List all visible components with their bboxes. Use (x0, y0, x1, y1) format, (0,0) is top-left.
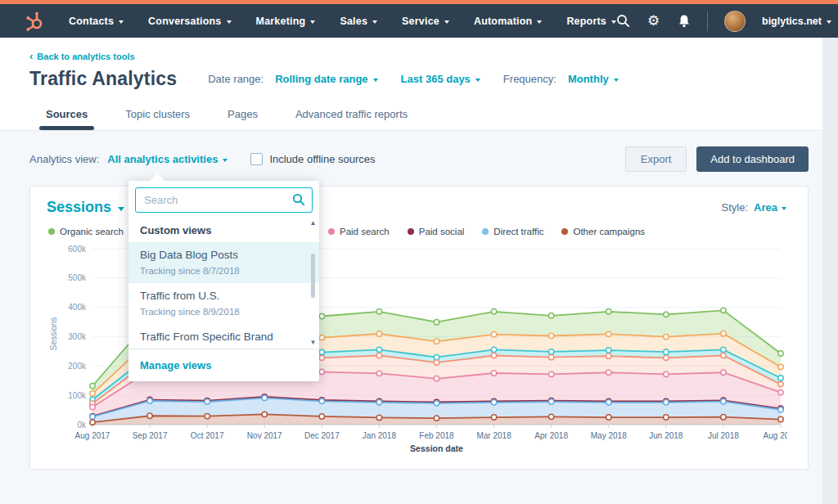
main-navbar: Contacts Conversations Marketing Sales S… (0, 4, 838, 38)
svg-text:Mar 2018: Mar 2018 (476, 431, 511, 440)
frequency-label: Frequency: (503, 73, 556, 85)
svg-text:0k: 0k (77, 421, 87, 430)
nav-item-sales[interactable]: Sales (340, 16, 377, 27)
chevron-down-icon (223, 159, 228, 162)
tab-sources[interactable]: Sources (46, 108, 88, 130)
svg-text:Dec 2017: Dec 2017 (304, 431, 340, 440)
svg-text:500k: 500k (68, 273, 87, 282)
svg-text:Sep 2017: Sep 2017 (133, 431, 168, 440)
analytics-view-label: Analytics view: (29, 153, 99, 165)
svg-text:200k: 200k (68, 362, 87, 371)
tab-pages[interactable]: Pages (228, 108, 258, 130)
analytics-toolbar: Analytics view: All analytics activities… (29, 146, 809, 172)
export-button[interactable]: Export (625, 146, 687, 172)
style-label: Style: (722, 201, 749, 214)
legend-item-organic-search[interactable]: Organic search (48, 227, 124, 236)
user-avatar[interactable] (724, 11, 746, 32)
legend-dot (328, 228, 335, 235)
dropdown-scrollbar[interactable]: ▲ ▼ (309, 219, 318, 347)
nav-item-conversations[interactable]: Conversations (148, 16, 231, 27)
chevron-down-icon (119, 20, 124, 24)
frequency-dropdown[interactable]: Monthly (568, 73, 619, 85)
svg-text:600k: 600k (68, 245, 87, 254)
legend-dot (561, 228, 568, 235)
svg-text:Nov 2017: Nov 2017 (247, 431, 282, 440)
svg-text:Aug 2017: Aug 2017 (75, 431, 110, 440)
date-range-value-dropdown[interactable]: Last 365 days (401, 73, 480, 85)
legend-dot (48, 228, 55, 235)
view-options-list: Custom views Big Data Blog Posts Trackin… (128, 218, 319, 349)
svg-text:May 2018: May 2018 (591, 431, 627, 440)
search-icon[interactable] (616, 14, 630, 28)
manage-views-link[interactable]: Manage views (128, 349, 319, 381)
tab-bar: Sources Topic clusters Pages Advanced tr… (46, 108, 838, 130)
tab-advanced-traffic-reports[interactable]: Advanced traffic reports (295, 108, 408, 130)
analytics-view-dropdown[interactable]: All analytics activities (107, 153, 228, 165)
chevron-down-icon (537, 20, 542, 24)
svg-text:Oct 2017: Oct 2017 (191, 431, 224, 440)
page-content: Analytics view: All analytics activities… (0, 146, 838, 470)
svg-text:Aug 2018: Aug 2018 (764, 431, 787, 440)
include-offline-sources-checkbox[interactable] (250, 153, 263, 165)
chevron-down-icon (372, 20, 377, 24)
page-scrollbar-track[interactable] (822, 38, 838, 504)
tab-topic-clusters[interactable]: Topic clusters (125, 108, 190, 130)
legend-item-direct-traffic[interactable]: Direct traffic (482, 227, 543, 236)
svg-text:Session date: Session date (410, 443, 463, 453)
chevron-down-icon (227, 20, 232, 24)
legend-dot (408, 228, 414, 235)
hubspot-sprocket-logo-icon[interactable] (25, 11, 46, 32)
chevron-down-icon (827, 20, 831, 24)
settings-gear-icon[interactable]: ⚙ (647, 14, 660, 28)
scroll-up-icon[interactable]: ▲ (310, 219, 317, 227)
view-option-big-data-blog-posts[interactable]: Big Data Blog Posts Tracking since 8/7/2… (128, 242, 319, 283)
legend-item-other-campaigns[interactable]: Other campaigns (561, 227, 645, 236)
back-to-analytics-tools-link[interactable]: ‹ Back to analytics tools (29, 52, 135, 61)
nav-item-marketing[interactable]: Marketing (256, 16, 316, 27)
svg-text:Jan 2018: Jan 2018 (363, 431, 397, 440)
nav-menu: Contacts Conversations Marketing Sales S… (69, 16, 616, 27)
legend-item-paid-social[interactable]: Paid social (408, 227, 465, 236)
notifications-bell-icon[interactable] (677, 14, 691, 28)
svg-text:Sessions: Sessions (49, 317, 58, 351)
search-icon (292, 193, 305, 209)
view-group-header: Custom views (128, 218, 319, 242)
dropdown-caret (150, 173, 164, 181)
account-menu[interactable]: biglytics.net (762, 16, 831, 27)
nav-item-service[interactable]: Service (402, 16, 449, 27)
include-offline-sources-control: Include offline sources (250, 153, 375, 165)
svg-text:Apr 2018: Apr 2018 (534, 431, 568, 440)
chevron-down-icon (373, 79, 378, 82)
chevron-down-icon (310, 20, 315, 24)
page-title: Traffic Analytics (29, 68, 177, 90)
chevron-down-icon (475, 79, 480, 82)
view-option-traffic-from-specific-brand[interactable]: Traffic From Specific Brand Tracking sin… (128, 324, 319, 349)
nav-right-controls: ⚙ biglytics.net (616, 11, 831, 32)
nav-item-contacts[interactable]: Contacts (69, 16, 124, 27)
svg-text:100k: 100k (68, 391, 87, 400)
add-to-dashboard-button[interactable]: Add to dashboard (696, 146, 809, 172)
nav-item-automation[interactable]: Automation (474, 16, 542, 27)
nav-item-reports[interactable]: Reports (566, 16, 616, 27)
analytics-view-dropdown-panel: Custom views Big Data Blog Posts Trackin… (128, 181, 319, 381)
nav-divider (707, 11, 708, 31)
svg-text:400k: 400k (68, 303, 87, 312)
date-range-type-dropdown[interactable]: Rolling date range (275, 73, 377, 85)
chevron-down-icon (444, 20, 449, 24)
chevron-down-icon (614, 79, 619, 82)
view-option-traffic-from-us[interactable]: Traffic from U.S. Tracking since 8/9/201… (128, 283, 319, 324)
view-search-input[interactable] (135, 187, 313, 213)
date-range-label: Date range: (208, 73, 264, 85)
back-chevron-icon: ‹ (29, 52, 33, 61)
svg-text:Jun 2018: Jun 2018 (649, 431, 683, 440)
page-header: ‹ Back to analytics tools Traffic Analyt… (0, 38, 838, 131)
legend-dot (482, 228, 489, 235)
legend-item-paid-search[interactable]: Paid search (328, 227, 390, 236)
chart-style-dropdown[interactable]: Area (754, 201, 786, 214)
svg-text:Feb 2018: Feb 2018 (419, 431, 454, 440)
include-offline-sources-label: Include offline sources (269, 153, 375, 165)
metric-dropdown-sessions[interactable]: Sessions (47, 199, 124, 216)
scroll-down-icon[interactable]: ▼ (310, 339, 317, 347)
chevron-down-icon (782, 207, 786, 210)
scrollbar-thumb[interactable] (311, 254, 315, 298)
